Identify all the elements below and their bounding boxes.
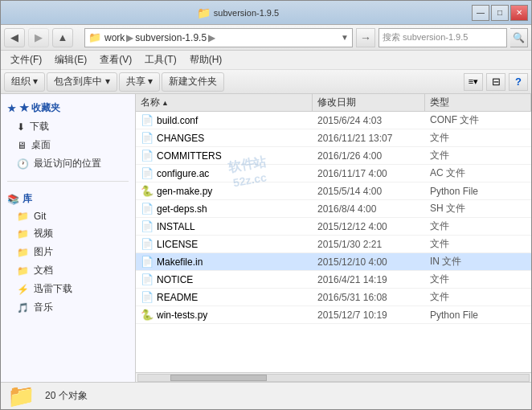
table-row[interactable]: 📄configure.ac2016/11/17 4:00AC 文件 (136, 165, 531, 182)
documents-folder-icon: 📁 (17, 265, 29, 277)
menu-help[interactable]: 帮助(H) (183, 51, 229, 68)
file-list-header: 名称 ▲ 修改日期 类型 (136, 94, 531, 112)
library-section: 📚 库 📁 Git 📁 视频 📁 图片 📁 文档 (1, 185, 135, 322)
file-icon: 📄 (141, 256, 153, 268)
status-bar: 📁 20 个对象 (1, 382, 531, 409)
file-type-cell: 文件 (425, 237, 531, 251)
table-row[interactable]: 📄INSTALL2015/12/12 4:00文件 (136, 218, 531, 236)
table-row[interactable]: 🐍gen-make.py2015/5/14 4:00Python File (136, 182, 531, 200)
file-date-cell: 2015/12/12 4:00 (313, 221, 425, 232)
menu-view[interactable]: 查看(V) (93, 51, 138, 68)
menu-edit[interactable]: 编辑(E) (48, 51, 93, 68)
file-icon: 📄 (141, 273, 153, 285)
sidebar-item-music[interactable]: 🎵 音乐 (1, 298, 135, 317)
thunder-folder-icon: ⚡ (17, 284, 29, 295)
up-button[interactable]: ▲ (52, 28, 73, 47)
star-icon: ★ (7, 103, 16, 114)
file-date-cell: 2016/8/4 4:00 (313, 203, 425, 215)
file-list-container: 名称 ▲ 修改日期 类型 📄build.conf2015/6/24 4:03CO… (136, 94, 531, 382)
file-date-cell: 2016/1/26 4:00 (313, 150, 425, 162)
sidebar-item-desktop[interactable]: 🖥 桌面 (1, 136, 135, 154)
action-bar: 组织 ▾ 包含到库中 ▾ 共享 ▾ 新建文件夹 ≡▾ ⊟ ? (1, 70, 531, 94)
file-type-cell: Python File (425, 186, 531, 197)
view-toggle-button[interactable]: ≡▾ (464, 73, 483, 91)
menu-tools[interactable]: 工具(T) (138, 51, 182, 68)
table-row[interactable]: 📄README2016/5/31 16:08文件 (136, 289, 531, 306)
file-icon: 📄 (141, 203, 153, 215)
table-row[interactable]: 🐍win-tests.py2015/12/7 10:19Python File (136, 306, 531, 324)
title-bar: 📁 subversion-1.9.5 — □ ✕ (1, 1, 531, 25)
share-button[interactable]: 共享 ▾ (119, 72, 160, 92)
file-icon: 📄 (141, 150, 153, 162)
address-bar[interactable]: 📁 work ▶ subversion-1.9.5 ▶ ▼ (84, 28, 353, 47)
file-date-cell: 2016/4/21 14:19 (313, 274, 425, 285)
sidebar-item-git[interactable]: 📁 Git (1, 208, 135, 224)
back-button[interactable]: ◀ (4, 28, 25, 47)
library-icon: 📚 (7, 194, 19, 205)
favorites-title: ★ ★ 收藏夹 (1, 99, 135, 117)
new-folder-button[interactable]: 新建文件夹 (162, 72, 224, 92)
table-row[interactable]: 📄NOTICE2016/4/21 14:19文件 (136, 271, 531, 289)
file-icon: 📄 (141, 291, 153, 303)
git-folder-icon: 📁 (17, 211, 29, 222)
file-name-cell: 📄NOTICE (136, 273, 313, 285)
file-type-cell: AC 文件 (425, 166, 531, 180)
window-title: subversion-1.9.5 (214, 8, 279, 18)
menu-file[interactable]: 文件(F) (4, 51, 48, 68)
include-library-button[interactable]: 包含到库中 ▾ (47, 72, 117, 92)
file-type-cell: CONF 文件 (425, 113, 531, 127)
table-row[interactable]: 📄Makefile.in2015/12/10 4:00IN 文件 (136, 253, 531, 271)
table-row[interactable]: 📄COMMITTERS2016/1/26 4:00文件 (136, 147, 531, 165)
file-date-cell: 2015/12/10 4:00 (313, 256, 425, 268)
horizontal-scrollbar[interactable] (136, 372, 531, 382)
view-controls: ≡▾ ⊟ ? (464, 73, 528, 91)
organize-button[interactable]: 组织 ▾ (4, 72, 45, 92)
file-icon: 📄 (141, 167, 153, 179)
file-name-cell: 📄build.conf (136, 114, 313, 126)
file-icon: 📄 (141, 220, 153, 232)
help-button[interactable]: ? (509, 73, 528, 91)
go-button[interactable]: → (356, 28, 375, 47)
file-date-cell: 2016/5/31 16:08 (313, 292, 425, 303)
file-icon: 🐍 (141, 309, 153, 321)
preview-pane-button[interactable]: ⊟ (486, 73, 505, 91)
explorer-window: 📁 subversion-1.9.5 — □ ✕ ◀ ▶ ▲ 📁 work ▶ … (0, 0, 532, 410)
table-row[interactable]: 📄LICENSE2015/1/30 2:21文件 (136, 236, 531, 253)
h-scroll-track[interactable] (137, 374, 530, 382)
col-header-type[interactable]: 类型 (425, 94, 531, 111)
sidebar-item-recent[interactable]: 🕐 最近访问的位置 (1, 154, 135, 173)
file-list: 📄build.conf2015/6/24 4:03CONF 文件📄CHANGES… (136, 112, 531, 372)
col-header-date[interactable]: 修改日期 (313, 94, 425, 111)
search-button[interactable]: 🔍 (510, 28, 528, 47)
maximize-button[interactable]: □ (491, 5, 509, 21)
sidebar: ★ ★ 收藏夹 ⬇ 下载 🖥 桌面 🕐 最近访问的位置 (1, 94, 136, 382)
file-name-cell: 📄Makefile.in (136, 256, 313, 268)
forward-button[interactable]: ▶ (28, 28, 49, 47)
file-name-cell: 📄configure.ac (136, 167, 313, 179)
minimize-button[interactable]: — (472, 5, 489, 21)
table-row[interactable]: 📄CHANGES2016/11/21 13:07文件 (136, 129, 531, 147)
col-header-name[interactable]: 名称 ▲ (136, 94, 313, 111)
sidebar-item-thunder[interactable]: ⚡ 迅雷下载 (1, 280, 135, 298)
table-row[interactable]: 📄build.conf2015/6/24 4:03CONF 文件 (136, 112, 531, 129)
file-date-cell: 2016/11/21 13:07 (313, 133, 425, 144)
sidebar-item-pictures[interactable]: 📁 图片 (1, 243, 135, 261)
file-type-cell: 文件 (425, 131, 531, 145)
sidebar-item-video[interactable]: 📁 视频 (1, 224, 135, 243)
h-scroll-thumb[interactable] (170, 375, 267, 381)
close-button[interactable]: ✕ (510, 5, 528, 21)
address-dropdown[interactable]: ▼ (341, 33, 349, 42)
file-type-cell: 文件 (425, 273, 531, 286)
file-name-cell: 🐍gen-make.py (136, 185, 313, 197)
sidebar-item-downloads[interactable]: ⬇ 下载 (1, 117, 135, 136)
address-part-1: work (104, 32, 125, 43)
sort-arrow-name: ▲ (162, 99, 169, 107)
share-label: 共享 ▾ (126, 75, 153, 88)
search-label: 搜索 subversion-1.9.5 (383, 31, 468, 43)
sidebar-item-documents[interactable]: 📁 文档 (1, 261, 135, 280)
file-icon: 📄 (141, 132, 153, 144)
new-folder-label: 新建文件夹 (169, 75, 217, 88)
file-name-cell: 🐍win-tests.py (136, 309, 313, 321)
search-input[interactable]: 搜索 subversion-1.9.5 (379, 28, 507, 47)
table-row[interactable]: 📄get-deps.sh2016/8/4 4:00SH 文件 (136, 200, 531, 218)
